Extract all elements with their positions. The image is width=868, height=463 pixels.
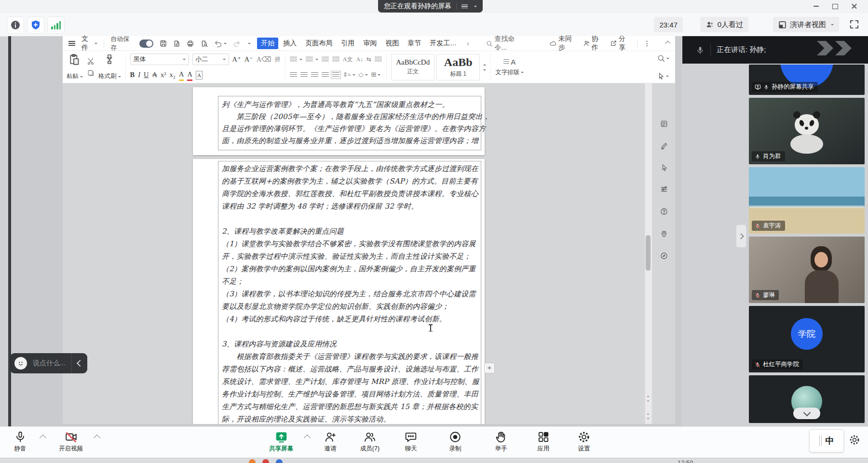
more-tabs-chevron[interactable]: › — [467, 40, 469, 47]
help-icon[interactable] — [657, 206, 671, 217]
document-text-line[interactable]: 2、课程与教学改革要解决的重点问题 — [222, 225, 485, 238]
expand-participants-button[interactable] — [793, 408, 820, 419]
ime-settings-button[interactable] — [849, 434, 860, 448]
document-text-line[interactable]: 且是运作管理的薄弱环节。《生产运作管理》更名为《运营管理》。在教学内容方 — [222, 123, 485, 135]
collapse-ribbon-icon[interactable] — [665, 41, 670, 46]
scrollbar-thumb[interactable] — [646, 235, 651, 271]
minimize-button[interactable] — [806, 0, 826, 13]
document-page-2[interactable]: 加服务企业运营案例教学个案；在教学手段上，由传统教学方式逐步过渡到现在的基于互联… — [193, 159, 485, 424]
view-mode-selector[interactable]: 演讲者视图 — [773, 17, 839, 32]
document-canvas[interactable]: 列《生产与运作管理》，为普通高等教育“九五”国家级重点教材之一。 第三阶段（20… — [63, 83, 675, 424]
invite-button[interactable]: 邀请 — [324, 431, 337, 453]
document-text-line[interactable]: 根据教育部教指委关于《运营管理》课程教学与实践的要求，该课程一般推 — [222, 350, 485, 363]
document-text-line[interactable]: 列《生产与运作管理》，为普通高等教育“九五”国家级重点教材之一。 — [222, 99, 485, 111]
select-cursor-icon[interactable] — [657, 161, 671, 173]
emoji-icon[interactable] — [14, 357, 27, 370]
position-pin-icon[interactable] — [657, 228, 671, 239]
paste-button[interactable]: 粘贴 — [67, 53, 83, 80]
document-text-line[interactable]: 际，开设相应的理论及实践验证、演示等实验活动。 — [222, 413, 485, 424]
export-pdf-icon[interactable] — [173, 40, 180, 48]
ime-indicator[interactable]: 中 — [809, 429, 844, 452]
ribbon-tab[interactable]: 章节 — [404, 38, 425, 49]
chat-button[interactable]: 聊天 — [405, 431, 417, 453]
sidebar-collapse-handle[interactable] — [736, 225, 746, 248]
style-heading1[interactable]: AaBb 标题 1 — [436, 54, 480, 80]
ribbon-tab[interactable]: 开发工… — [426, 38, 461, 49]
asian-layout-icon[interactable]: A文 — [343, 54, 353, 65]
document-text-line[interactable]: 面，由原先的制造业与服务业并重，逐步过渡到适当增加服务运营管理内容；增 — [222, 135, 485, 147]
previous-page-button[interactable]: ⌃⌃ — [644, 396, 652, 404]
edit-pen-icon[interactable] — [657, 140, 671, 152]
borders-button[interactable]: ⊞ — [371, 69, 381, 80]
navigation-compass-icon[interactable] — [657, 250, 671, 262]
hamburger-menu-icon[interactable] — [68, 40, 75, 47]
print-preview-icon[interactable] — [201, 40, 208, 48]
layout-menu-icon[interactable] — [461, 3, 468, 10]
taskbar-app-icon[interactable] — [249, 459, 256, 463]
participant-tile[interactable]: 学院 杜红平商学院 — [749, 306, 865, 372]
numbered-list-button[interactable] — [306, 57, 318, 62]
strikethrough-button[interactable]: A — [152, 70, 157, 80]
style-pane-icon[interactable] — [657, 118, 671, 130]
command-search[interactable]: 查找命令... — [486, 35, 524, 52]
ribbon-tab[interactable]: 审阅 — [359, 38, 380, 49]
text-layout-button[interactable]: A 文字排版 — [495, 53, 528, 80]
document-text-line[interactable]: 系统设计、需求管理、生产计划、库存管理与 MRP 原理、作业计划与控制、服 — [222, 375, 485, 388]
undo-button[interactable] — [214, 40, 227, 48]
collapse-chat-button[interactable] — [72, 353, 87, 373]
character-border-button[interactable]: A — [196, 71, 203, 79]
document-text-line[interactable] — [222, 325, 485, 338]
document-text-line[interactable]: 的基于互联网+的案例教学为主，辅之以实验教学（SAP）的方式。目前主要有 — [222, 175, 485, 187]
taskbar-app-icon[interactable] — [262, 459, 269, 463]
superscript-button[interactable]: x² — [161, 70, 166, 80]
quick-chat-bubble[interactable]: 说点什么... — [10, 353, 87, 373]
ribbon-tab[interactable]: 插入 — [279, 38, 300, 49]
document-text-line[interactable]: （2）案例教学中的案例以国内案例为主，国外案例偏少，自主开发的案例严重 — [222, 263, 485, 275]
phonetic-guide-icon[interactable]: 拼 — [275, 54, 281, 65]
participant-tile[interactable]: 肖为群 — [749, 98, 865, 164]
bold-button[interactable]: B — [130, 70, 135, 80]
watching-screen-pill[interactable]: 您正在观看孙静的屏幕 — [378, 0, 483, 13]
more-quick-actions-icon[interactable] — [248, 43, 251, 46]
insert-page-button[interactable]: + — [484, 363, 495, 373]
ruler-icon[interactable] — [375, 57, 382, 62]
font-size-select[interactable]: 小二 — [192, 53, 229, 65]
ribbon-tab[interactable]: 引用 — [337, 38, 358, 49]
format-painter-button[interactable]: 格式刷 — [98, 53, 121, 80]
italic-button[interactable]: I — [138, 70, 140, 80]
meeting-info-button[interactable] — [7, 16, 24, 34]
document-text-line[interactable]: （1）课堂教学与实验教学结合不够紧密，实验教学没有围绕课堂教学的内容展 — [222, 238, 485, 250]
next-page-button[interactable]: ⌄⌄ — [644, 411, 652, 420]
document-text-line[interactable]: 第三阶段（2005年—至今），随着服务业在国家经济生活中的作用日益突出， — [222, 111, 485, 123]
record-button[interactable]: 录制 — [449, 431, 461, 453]
document-page-1[interactable]: 列《生产与运作管理》，为普通高等教育“九五”国家级重点教材之一。 第三阶段（20… — [193, 87, 485, 155]
underline-button[interactable]: U — [144, 70, 149, 80]
align-left-icon[interactable] — [290, 72, 297, 78]
bullet-list-button[interactable] — [290, 57, 302, 62]
share-screen-button[interactable]: 共享屏幕 — [269, 431, 293, 453]
increase-indent-icon[interactable] — [332, 57, 339, 62]
meeting-security-button[interactable] — [27, 16, 44, 34]
ribbon-tab[interactable]: 页面布局 — [301, 38, 336, 49]
members-button[interactable]: 成员(7) — [360, 431, 380, 453]
document-text-line[interactable]: （3）课程教学，以书本理论知识的传授为主，结合服务北京市四个中心建设需 — [222, 288, 485, 300]
mute-button[interactable]: 静音 — [14, 431, 27, 453]
document-text-line[interactable]: （4）考试的形式和内容过于传统，缺乏更具针对性的课程考试创新。 — [222, 313, 485, 325]
document-text-line[interactable] — [222, 212, 485, 225]
align-center-icon[interactable] — [300, 72, 308, 78]
clear-format-icon[interactable]: A⌫ — [257, 54, 271, 65]
document-text-line[interactable]: 务作业计划与控制、生产维护与设备管理、项目网络计划方法、质量管理、丰田 — [222, 388, 485, 400]
more-options-icon[interactable]: ⋮ — [644, 40, 651, 47]
font-color-button[interactable]: A — [187, 69, 192, 81]
close-button[interactable] — [845, 0, 864, 13]
document-text-line[interactable]: 课程由 32 学时调整为 48 学时；选修课程仍保留 32 学时。 — [222, 200, 485, 212]
align-justify-icon[interactable] — [322, 72, 329, 78]
increase-font-icon[interactable]: A⁺ — [232, 54, 241, 65]
shading-button[interactable]: ◇ — [359, 69, 368, 80]
ribbon-tab[interactable]: 视图 — [381, 38, 403, 49]
decrease-font-icon[interactable]: A⁻ — [244, 54, 253, 65]
collaborate-button[interactable]: 协作 — [583, 35, 604, 52]
participant-tile[interactable]: 袁宇涛 — [749, 167, 865, 234]
ribbon-tab[interactable]: 开始 — [257, 38, 278, 49]
document-text-line[interactable]: 开，实验教学过程中演示性实验、验证性实验为主，而自主性设计实验不足； — [222, 250, 485, 263]
